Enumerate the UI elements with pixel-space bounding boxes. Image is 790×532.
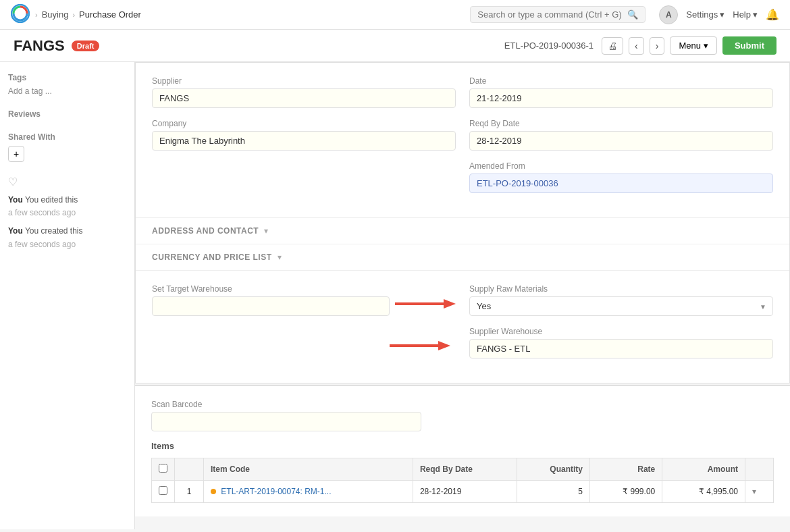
content-area: Supplier Date Company Reqd By Da <box>135 62 790 529</box>
top-nav: › Buying › Purchase Order 🔍 A Settings ▾… <box>0 0 790 30</box>
page-actions: ETL-PO-2019-00036-1 🖨 ‹ › Menu ▾ Submit <box>504 36 776 55</box>
supplier-input[interactable] <box>152 88 456 108</box>
sidebar: Tags Add a tag ... Reviews Shared With +… <box>0 62 135 529</box>
col-reqd-date: Reqd By Date <box>413 458 517 481</box>
reviews-label: Reviews <box>8 109 126 119</box>
breadcrumb-purchase-order[interactable]: Purchase Order <box>79 9 141 20</box>
row-quantity: 5 <box>517 481 589 503</box>
activity-2-time: a few seconds ago <box>8 240 76 249</box>
sidebar-activity: You You edited this a few seconds ago Yo… <box>8 194 126 251</box>
prev-button[interactable]: ‹ <box>629 37 644 55</box>
help-button[interactable]: Help ▾ <box>733 9 758 20</box>
address-chevron-icon: ▾ <box>264 226 268 236</box>
sidebar-shared-section: Shared With + <box>8 132 126 162</box>
page-title-area: FANGS Draft <box>14 37 99 55</box>
target-warehouse-input[interactable] <box>152 296 390 316</box>
search-input[interactable] <box>477 9 622 20</box>
barcode-label: Scan Barcode <box>151 400 774 409</box>
col-rate: Rate <box>589 458 662 481</box>
items-label: Items <box>151 431 774 458</box>
add-shared-button[interactable]: + <box>8 146 24 162</box>
barcode-input[interactable] <box>151 412 421 431</box>
breadcrumb-chevron-2: › <box>72 11 75 19</box>
submit-button[interactable]: Submit <box>722 36 776 55</box>
company-input[interactable] <box>152 131 456 151</box>
add-tag-button[interactable]: Add a tag ... <box>8 86 126 96</box>
table-row: 1 ETL-ART-2019-00074: RM-1... 28-12-2019… <box>152 481 774 503</box>
global-search[interactable]: 🔍 <box>470 6 646 23</box>
amended-from-value: ETL-PO-2019-00036 <box>469 174 773 193</box>
reqd-date-input[interactable] <box>469 131 773 151</box>
settings-chevron-icon: ▾ <box>720 9 725 20</box>
supplier-label: Supplier <box>152 76 456 86</box>
company-group: Company <box>152 119 456 151</box>
row-amount: ₹ 4,995.00 <box>662 481 745 503</box>
row-expand-icon[interactable]: ▾ <box>752 487 756 496</box>
address-contact-header[interactable]: ADDRESS AND CONTACT ▾ <box>136 217 789 244</box>
currency-price-title: CURRENCY AND PRICE LIST <box>152 252 272 262</box>
item-status-dot <box>211 489 216 494</box>
col-amount: Amount <box>662 458 745 481</box>
row-expand-cell: ▾ <box>745 481 774 503</box>
help-chevron-icon: ▾ <box>753 9 758 20</box>
menu-button[interactable]: Menu ▾ <box>670 36 717 55</box>
arrow-right-icon-2 <box>390 338 450 354</box>
empty-warehouse-left <box>152 327 456 354</box>
date-group: Date <box>469 76 773 108</box>
sidebar-reviews-section: Reviews <box>8 109 126 119</box>
select-all-checkbox[interactable] <box>159 464 167 473</box>
activity-1-text: You edited this <box>25 195 78 205</box>
items-table: Item Code Reqd By Date Quantity Rate Amo… <box>151 458 774 503</box>
supply-raw-select-wrapper: Yes No <box>469 296 773 316</box>
row-num: 1 <box>175 481 204 503</box>
avatar: A <box>659 5 678 24</box>
col-expand <box>745 458 774 481</box>
breadcrumb-buying[interactable]: Buying <box>42 9 69 20</box>
svg-marker-2 <box>444 299 456 309</box>
target-warehouse-group: Set Target Warehouse <box>152 284 456 316</box>
reqd-date-group: Reqd By Date <box>469 119 773 151</box>
notifications-icon[interactable]: 🔔 <box>766 8 779 21</box>
amended-from-label: Amended From <box>469 161 773 171</box>
currency-price-header[interactable]: CURRENCY AND PRICE LIST ▾ <box>136 244 789 270</box>
doc-id: ETL-PO-2019-00036-1 <box>504 41 594 51</box>
col-num <box>175 458 204 481</box>
status-badge: Draft <box>72 41 100 51</box>
supplier-warehouse-input[interactable] <box>469 339 773 358</box>
heart-icon[interactable]: ♡ <box>8 176 18 188</box>
address-contact-title: ADDRESS AND CONTACT <box>152 226 259 236</box>
breadcrumb-chevron-1: › <box>35 11 38 19</box>
company-label: Company <box>152 119 456 128</box>
settings-button[interactable]: Settings ▾ <box>686 9 725 20</box>
print-button[interactable]: 🖨 <box>602 37 623 55</box>
breadcrumb: › Buying › Purchase Order <box>35 9 141 20</box>
app-logo <box>11 4 30 25</box>
main-layout: Tags Add a tag ... Reviews Shared With +… <box>0 62 790 529</box>
empty-left <box>152 161 456 193</box>
date-input[interactable] <box>469 88 773 108</box>
next-button[interactable]: › <box>650 37 665 55</box>
date-label: Date <box>469 76 773 86</box>
row-reqd-date: 28-12-2019 <box>413 481 517 503</box>
supplier-date-row: Supplier Date <box>152 76 773 108</box>
row-checkbox[interactable] <box>159 486 167 495</box>
currency-chevron-icon: ▾ <box>278 252 282 262</box>
activity-2-you: You <box>8 226 23 236</box>
reqd-date-label: Reqd By Date <box>469 119 773 128</box>
row-rate: ₹ 999.00 <box>589 481 662 503</box>
main-form-card: Supplier Date Company Reqd By Da <box>135 62 790 383</box>
supplier-warehouse-label: Supplier Warehouse <box>469 327 773 336</box>
barcode-section: Scan Barcode Items Item Code Reqd By Dat… <box>135 385 790 516</box>
supplier-group: Supplier <box>152 76 456 108</box>
warehouse-section: Set Target Warehouse Sup <box>136 270 789 383</box>
amended-from-group: Amended From ETL-PO-2019-00036 <box>469 161 773 193</box>
menu-chevron-icon: ▾ <box>704 41 708 51</box>
activity-1-you: You <box>8 195 23 205</box>
item-code-link[interactable]: ETL-ART-2019-00074: RM-1... <box>221 487 331 496</box>
row-checkbox-cell <box>152 481 175 503</box>
nav-right: A Settings ▾ Help ▾ 🔔 <box>659 5 779 24</box>
activity-2-text: You created this <box>25 226 83 236</box>
supply-raw-select[interactable]: Yes No <box>469 296 773 316</box>
sidebar-tags-section: Tags Add a tag ... <box>8 73 126 96</box>
arrow-right-icon <box>395 296 456 312</box>
